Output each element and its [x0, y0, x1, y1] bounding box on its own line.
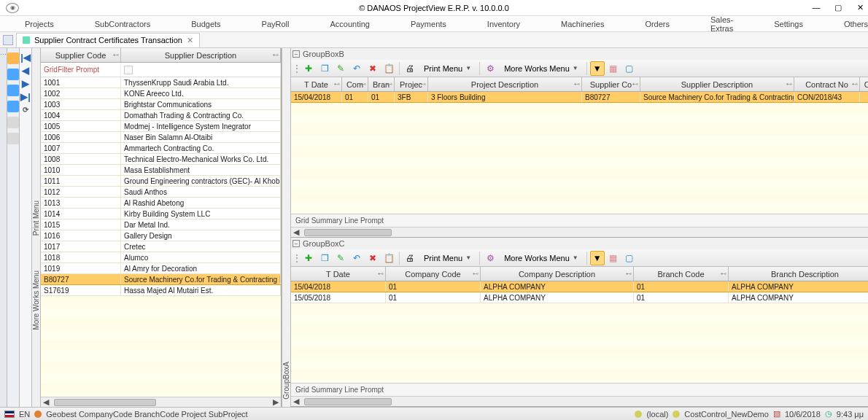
print-menu-side[interactable]: Print Menu [32, 198, 40, 238]
nav-first-icon[interactable]: |◀ [20, 51, 31, 63]
add-button[interactable]: ✚ [301, 61, 316, 76]
col-b-3[interactable]: Projec⊷ [395, 77, 428, 91]
col-b-2[interactable]: Bran⊷ [368, 77, 395, 91]
groupc-collapse-icon[interactable]: − [292, 240, 300, 247]
scroll-thumb[interactable] [304, 229, 392, 236]
col-b-7[interactable]: Contract No⊷ [794, 77, 860, 91]
menu-budgets[interactable]: Budgets [171, 20, 241, 28]
supplier-row[interactable]: 1006Naser Bin Salamn Al-Otaibi [41, 132, 281, 143]
scroll-left-icon[interactable]: ◀ [291, 228, 301, 237]
col-c-1[interactable]: Company Code⊷ [386, 267, 481, 281]
supplier-row[interactable]: 1008Technical Electro-Mechanical Works C… [41, 154, 281, 165]
supplier-row[interactable]: B80727Source Machinery Co.for Trading & … [41, 274, 281, 285]
panel-icon[interactable] [7, 69, 19, 80]
filter-field-icon[interactable] [124, 66, 133, 74]
menu-settings[interactable]: Settings [753, 20, 824, 28]
add-button[interactable]: ✚ [301, 251, 316, 265]
contract-row[interactable]: 15/04/201801013FB3 Floors BuildingB80727… [291, 92, 868, 103]
col-b-5[interactable]: Supplier Co⊷ [582, 77, 640, 91]
delete-button[interactable]: ✖ [365, 251, 380, 265]
menu-others[interactable]: Others [824, 20, 868, 28]
more-works-dropdown[interactable]: More Works Menu▼ [499, 61, 584, 76]
menu-projects[interactable]: Projects [4, 20, 74, 28]
supplier-row[interactable]: 1001ThyssenKrupp Saudi Arabia Ltd. [41, 77, 281, 88]
col-c-3[interactable]: Branch Code⊷ [634, 267, 729, 281]
window-icon[interactable]: ▢ [622, 251, 637, 265]
scroll-right-icon[interactable]: ▶ [271, 397, 281, 407]
maximize-button[interactable]: ▢ [833, 3, 843, 12]
tab-list-icon[interactable] [3, 35, 13, 45]
filter-toggle[interactable]: ▼ [590, 251, 605, 265]
menu-subcontractors[interactable]: SubContractors [74, 20, 171, 28]
copy-button[interactable]: ❐ [317, 61, 332, 76]
edit-button[interactable]: ✎ [333, 61, 348, 76]
print-icon[interactable] [7, 117, 19, 128]
supplier-row[interactable]: 1013Al Rashid Abetong [41, 198, 281, 209]
revert-button[interactable]: ↶ [349, 61, 364, 76]
layout-icon[interactable]: ▦ [606, 61, 621, 76]
nav-last-icon[interactable]: ▶| [20, 90, 31, 102]
supplier-row[interactable]: 1005Modmej - Intelligence System Inegrat… [41, 121, 281, 132]
supplier-hscroll[interactable]: ◀ ▶ [41, 397, 281, 407]
col-c-4[interactable]: Branch Description⊷ [729, 267, 868, 281]
menu-orders[interactable]: Orders [624, 20, 690, 28]
filter-icon[interactable] [7, 52, 19, 64]
supplier-row[interactable]: 1007Ammartech Contracting Co. [41, 143, 281, 154]
groupc-hscroll[interactable]: ◀ ▶ [291, 396, 868, 406]
cert-row[interactable]: 15/04/201801ALPHA COMPANY01ALPHA COMPANY [291, 281, 868, 292]
scroll-left-icon[interactable]: ◀ [41, 397, 51, 407]
col-c-0[interactable]: T Date⊷ [291, 267, 386, 281]
supplier-row[interactable]: 1016Gallery Design [41, 230, 281, 241]
print-menu-dropdown[interactable]: Print Menu▼ [419, 251, 476, 265]
panel3-icon[interactable] [7, 101, 19, 112]
window-icon[interactable]: ▢ [622, 61, 637, 76]
filter-toggle[interactable]: ▼ [590, 61, 605, 76]
menu-sales-extras[interactable]: Sales-Extras [690, 15, 753, 33]
more-works-dropdown[interactable]: More Works Menu▼ [499, 251, 584, 265]
col-c-2[interactable]: Company Description⊷ [481, 267, 634, 281]
gear-icon[interactable]: ⚙ [483, 251, 497, 265]
delete-button[interactable]: ✖ [365, 61, 380, 76]
col-b-6[interactable]: Supplier Description⊷ [640, 77, 794, 91]
supplier-row[interactable]: 1012Saudi Anthos [41, 187, 281, 198]
nav-prev-icon[interactable]: ◀ [20, 64, 31, 76]
close-button[interactable]: ✕ [855, 3, 865, 12]
supplier-row[interactable]: 1019Al Amry for Decoration [41, 263, 281, 274]
supplier-row[interactable]: 1010Masa Establishment [41, 165, 281, 176]
supplier-row[interactable]: 1002KONE Areeco Ltd. [41, 88, 281, 99]
col-b-8[interactable]: Cur⊷ [860, 77, 868, 91]
supplier-row[interactable]: 1018Alumco [41, 252, 281, 263]
tab-supplier-contract[interactable]: Supplier Contract Certificates Transacti… [16, 33, 200, 47]
supplier-row[interactable]: 1014Kirby Building System LLC [41, 209, 281, 219]
cert-row[interactable]: 15/05/201801ALPHA COMPANY01ALPHA COMPANY [291, 292, 868, 303]
minimize-button[interactable]: — [811, 3, 821, 12]
menu-payments[interactable]: Payments [390, 20, 467, 28]
layout-icon[interactable]: ▦ [606, 251, 621, 265]
supplier-row[interactable]: S17619Hassa Majed Al Mutairi Est. [41, 285, 281, 296]
print-icon[interactable]: 🖨 [403, 61, 417, 76]
menu-inventory[interactable]: Inventory [467, 20, 540, 28]
col-b-4[interactable]: Project Description⊷ [428, 77, 582, 91]
col-supplier-code[interactable]: Supplier Code⊷ [41, 48, 121, 62]
menu-accounting[interactable]: Accounting [309, 20, 390, 28]
save-button[interactable]: 📋 [381, 251, 396, 265]
col-b-0[interactable]: T Date⊷ [291, 77, 342, 91]
nav-next-icon[interactable]: ▶ [20, 77, 31, 89]
col-b-1[interactable]: Com⊷ [342, 77, 368, 91]
lang-flag-icon[interactable] [4, 411, 15, 418]
col-supplier-desc[interactable]: Supplier Description⊷ [121, 48, 281, 62]
gear-icon[interactable]: ⚙ [483, 61, 497, 76]
supplier-row[interactable]: 1003Brightstar Communications [41, 99, 281, 110]
settings-icon[interactable] [7, 133, 19, 144]
save-button[interactable]: 📋 [381, 61, 396, 76]
supplier-row[interactable]: 1015Dar Metal Ind. [41, 219, 281, 230]
groupb-collapse-icon[interactable]: − [292, 50, 300, 58]
edit-button[interactable]: ✎ [333, 251, 348, 265]
print-icon[interactable]: 🖨 [403, 251, 417, 265]
scroll-thumb[interactable] [54, 399, 156, 406]
scroll-left-icon[interactable]: ◀ [291, 397, 301, 406]
print-menu-dropdown[interactable]: Print Menu▼ [419, 61, 476, 76]
supplier-row[interactable]: 1011Ground Engineering contractors (GEC)… [41, 176, 281, 187]
menu-payroll[interactable]: PayRoll [241, 20, 310, 28]
more-works-side[interactable]: More Works Menu [32, 268, 40, 333]
